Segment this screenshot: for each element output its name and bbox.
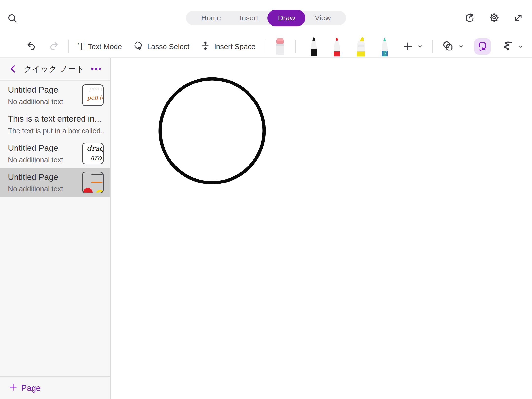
sidebar-header: クイック ノート [0, 58, 110, 81]
eraser-icon [274, 38, 286, 55]
page-title: This is a text entered in... [8, 114, 104, 124]
thumbnail-ink-text: arou [90, 154, 104, 162]
page-row-text: Untitled Page No additional text [8, 172, 79, 193]
thumbnail-ink-text: pen (bl [89, 86, 104, 92]
chevron-down-icon [417, 43, 424, 50]
pen-options-chevron[interactable] [417, 43, 424, 50]
shapes-chevron[interactable] [458, 43, 465, 50]
scribble-ink-icon [501, 40, 514, 53]
insert-space-icon [200, 41, 211, 53]
back-button[interactable] [8, 64, 18, 75]
page-subtitle: No additional text [8, 98, 79, 106]
page-list: Untitled Page No additional text pen (bl… [0, 81, 110, 197]
page-subtitle: No additional text [8, 185, 79, 193]
tab-draw[interactable]: Draw [267, 10, 305, 26]
page-title: Untitled Page [8, 172, 79, 182]
page-thumbnail: pen (bl pen (ora [82, 84, 104, 106]
add-page-label: Page [21, 383, 41, 393]
expand-button[interactable] [513, 12, 524, 24]
onenote-app: Home Insert Draw View [0, 0, 532, 399]
settings-button[interactable] [488, 12, 500, 24]
insert-space-label: Insert Space [214, 42, 255, 51]
plus-icon [8, 382, 18, 394]
text-mode-t-icon: T [78, 41, 84, 52]
settings-gear-icon [488, 12, 500, 24]
share-icon [464, 12, 475, 24]
add-page-button[interactable]: Page [8, 382, 41, 394]
sidebar-footer: Page [0, 376, 110, 399]
draw-toolbar: T Text Mode Lasso Select Inser [0, 36, 532, 58]
black-pen-tool[interactable] [307, 36, 321, 57]
ink-to-shape-button[interactable] [474, 38, 491, 55]
text-mode-button[interactable]: T Text Mode [78, 41, 122, 52]
chevron-down-icon [458, 43, 465, 50]
drawing-canvas[interactable] [111, 58, 532, 399]
tab-home[interactable]: Home [192, 11, 230, 25]
page-title: Untitled Page [8, 143, 79, 153]
lasso-select-icon [133, 40, 144, 53]
page-thumbnail [82, 172, 104, 193]
divider [432, 40, 433, 53]
top-bar: Home Insert Draw View [0, 0, 532, 36]
galaxy-pen-tool[interactable] [378, 36, 392, 57]
divider [265, 40, 265, 53]
tab-view[interactable]: View [305, 11, 340, 25]
galaxy-pen-icon [378, 36, 392, 57]
shapes-button[interactable] [442, 40, 454, 53]
page-row-3[interactable]: Untitled Page No additional text drag ar… [0, 139, 110, 168]
thumbnail-ink-text: drag [87, 144, 104, 152]
add-pen-plus-icon [402, 41, 413, 52]
text-mode-label: Text Mode [88, 42, 122, 51]
expand-fullscreen-icon [513, 12, 524, 24]
redo-arrow-icon [48, 41, 60, 53]
topbar-actions [464, 12, 524, 24]
black-pen-icon [307, 36, 321, 57]
shapes-icon [442, 40, 454, 53]
drawn-circle [160, 79, 264, 183]
insert-space-button[interactable]: Insert Space [200, 41, 255, 53]
eraser-tool[interactable] [274, 36, 286, 57]
page-row-2[interactable]: This is a text entered in... The text is… [0, 110, 110, 139]
page-thumbnail: drag arou [82, 143, 104, 164]
search-icon [7, 13, 18, 24]
page-subtitle: No additional text [8, 156, 79, 164]
red-pen-tool[interactable] [330, 36, 344, 57]
pen-tray [307, 36, 392, 57]
ink-note-pen-icon [477, 41, 488, 53]
ink-stroke-button[interactable] [501, 40, 514, 53]
back-chevron-icon [8, 64, 18, 75]
undo-arrow-icon [26, 41, 37, 53]
ellipsis-menu-icon [90, 66, 102, 72]
thumbnail-ink-text: pen (ora [87, 94, 104, 101]
yellow-highlighter-tool[interactable] [353, 36, 368, 57]
chevron-down-icon [517, 43, 524, 50]
thumbnail-ink-strokes [83, 172, 103, 193]
redo-button[interactable] [48, 41, 60, 53]
page-title: Untitled Page [8, 85, 79, 95]
page-row-1[interactable]: Untitled Page No additional text pen (bl… [0, 81, 110, 110]
page-subtitle: The text is put in a box called... [8, 127, 104, 135]
page-row-text: Untitled Page No additional text [8, 143, 79, 164]
yellow-highlighter-icon [353, 36, 368, 57]
search-button[interactable] [7, 13, 18, 24]
divider [68, 40, 69, 53]
lasso-select-label: Lasso Select [147, 42, 189, 51]
section-title: クイック ノート [18, 64, 90, 74]
ribbon-tabs: Home Insert Draw View [186, 11, 346, 25]
divider [295, 40, 296, 53]
ink-stroke-chevron[interactable] [517, 43, 524, 50]
undo-button[interactable] [26, 41, 37, 53]
page-row-text: This is a text entered in... The text is… [8, 114, 104, 135]
section-menu-button[interactable] [90, 66, 102, 72]
add-pen-button[interactable] [402, 41, 413, 52]
red-pen-icon [330, 36, 344, 57]
share-button[interactable] [464, 12, 475, 24]
tab-insert[interactable]: Insert [230, 11, 267, 25]
lasso-select-button[interactable]: Lasso Select [133, 40, 189, 53]
ink-layer [111, 58, 532, 399]
page-row-text: Untitled Page No additional text [8, 85, 79, 106]
page-list-sidebar: クイック ノート Untitled Page No additional tex… [0, 58, 111, 399]
page-row-4-selected[interactable]: Untitled Page No additional text [0, 168, 110, 197]
